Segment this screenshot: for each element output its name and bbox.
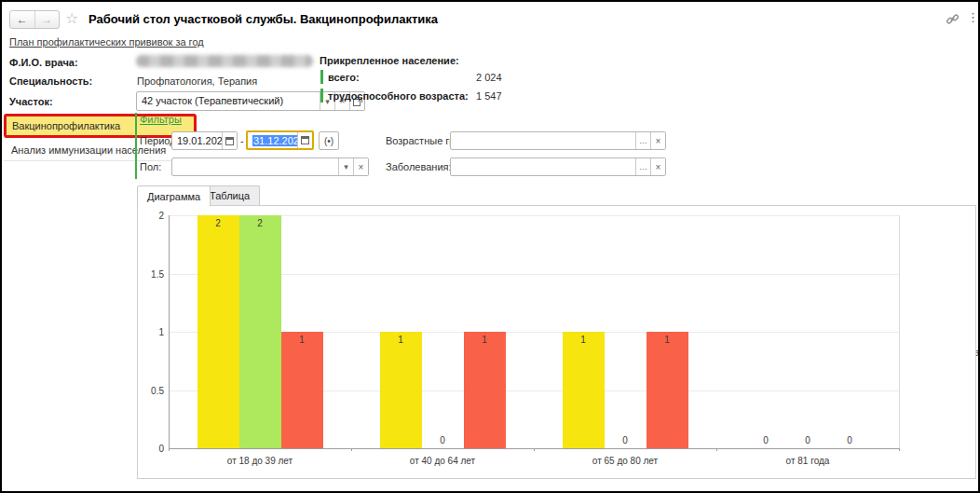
district-value: 42 участок (Терапевтический) <box>137 92 320 110</box>
bar-План[interactable] <box>380 332 422 448</box>
y-axis-tick-label: 1.5 <box>140 269 164 280</box>
bar-value-label: 2 <box>197 218 239 228</box>
calendar-icon[interactable] <box>297 132 312 148</box>
district-label: Участок: <box>9 96 53 107</box>
x-axis-category-label: от 18 до 39 лет <box>169 456 351 466</box>
bar-План[interactable] <box>563 332 605 448</box>
x-axis-tick <box>716 448 717 451</box>
bar-Невакцинированные[interactable] <box>464 332 506 448</box>
clear-icon[interactable]: × <box>353 158 368 175</box>
period-to-field[interactable]: 31.12.2022 <box>246 130 314 150</box>
bar-Невакцинированные[interactable] <box>647 332 688 448</box>
plot-right-border <box>899 215 900 448</box>
x-axis-tick <box>899 448 900 451</box>
calendar-icon[interactable] <box>222 132 237 149</box>
period-from-field[interactable]: 19.01.2022 <box>171 131 238 150</box>
bar-value-label: 0 <box>745 435 787 445</box>
dropdown-icon[interactable]: ▾ <box>338 158 353 175</box>
sidebar-item-label: Вакцинопрофилактика <box>7 120 120 131</box>
gender-label: Пол: <box>140 161 161 172</box>
green-marker <box>320 89 323 103</box>
population-total-value: 2 024 <box>476 72 502 83</box>
app-window: ← → ☆ Рабочий стол участковой службы. Ва… <box>0 0 980 493</box>
bar-План[interactable] <box>197 215 239 448</box>
y-axis-tick-label: 2 <box>140 211 164 221</box>
more-menu-icon[interactable]: ⋮ <box>967 10 979 24</box>
y-axis-tick-label: 1 <box>140 327 164 337</box>
year-plan-link[interactable]: План профилактических прививок за год <box>9 36 204 48</box>
choose-icon[interactable]: … <box>635 158 650 175</box>
bar-Факт[interactable] <box>239 215 281 448</box>
doctor-fio-label: Ф.И.О. врача: <box>9 57 78 68</box>
diseases-label: Заболевания: <box>386 161 452 172</box>
y-axis-tick-label: 0.5 <box>140 386 164 396</box>
bar-value-label: 0 <box>605 435 647 445</box>
period-to-value: 31.12.2022 <box>252 135 297 146</box>
bar-Невакцинированные[interactable] <box>281 332 323 448</box>
y-axis-line <box>169 215 170 451</box>
y-axis-tick-label: 0 <box>140 444 164 454</box>
diseases-value <box>451 158 635 175</box>
doctor-name-redacted <box>136 55 313 67</box>
age-groups-value <box>451 132 635 149</box>
age-groups-field[interactable]: … × <box>450 131 666 150</box>
page-title: Рабочий стол участковой службы. Вакциноп… <box>88 12 438 26</box>
filters-group-line <box>135 113 137 179</box>
population-working-value: 1 547 <box>476 90 502 102</box>
choose-icon[interactable]: … <box>635 132 650 149</box>
specialty-value: Профпатология, Терапия <box>137 75 257 87</box>
filters-link[interactable]: Фильтры <box>140 114 182 125</box>
specialty-label: Специальность: <box>9 75 92 87</box>
x-axis-tick <box>351 448 352 451</box>
x-axis-category-label: от 65 до 80 лет <box>534 456 716 466</box>
population-working-label: трудоспособного возраста: <box>328 90 469 102</box>
bar-value-label: 1 <box>563 335 605 345</box>
history-nav: ← → <box>9 10 60 29</box>
clear-icon[interactable]: × <box>650 132 665 149</box>
tab-diagram[interactable]: Диаграмма <box>137 185 211 206</box>
clear-icon[interactable]: × <box>650 158 665 175</box>
period-select-button[interactable]: (•) <box>319 131 339 150</box>
x-axis-category-label: от 81 года <box>716 456 899 466</box>
chart-panel: 00.511.52221от 18 до 39 лет101от 40 до 6… <box>137 205 976 479</box>
back-button[interactable]: ← <box>10 11 34 28</box>
gender-value <box>172 158 338 175</box>
bar-value-label: 1 <box>281 335 323 345</box>
population-total-label: всего: <box>328 72 360 83</box>
x-axis-tick <box>534 448 535 451</box>
population-title: Прикрепленное население: <box>320 55 459 66</box>
bar-value-label: 0 <box>787 435 829 445</box>
green-marker <box>320 70 323 84</box>
gender-combobox[interactable]: ▾ × <box>171 157 369 176</box>
bar-value-label: 2 <box>239 218 281 228</box>
forward-button[interactable]: → <box>34 11 60 28</box>
bar-value-label: 0 <box>422 435 464 445</box>
bar-value-label: 1 <box>380 335 422 345</box>
period-from-value: 19.01.2022 <box>172 132 222 149</box>
bar-value-label: 0 <box>829 435 871 445</box>
sidebar-separator <box>4 160 196 161</box>
x-axis-category-label: от 40 до 64 лет <box>351 456 534 466</box>
bar-value-label: 1 <box>647 335 688 345</box>
bar-value-label: 1 <box>464 335 506 345</box>
favorite-star-icon[interactable]: ☆ <box>65 9 78 27</box>
link-icon[interactable] <box>945 11 960 26</box>
diseases-field[interactable]: … × <box>450 157 666 176</box>
period-dash: - <box>240 135 244 146</box>
